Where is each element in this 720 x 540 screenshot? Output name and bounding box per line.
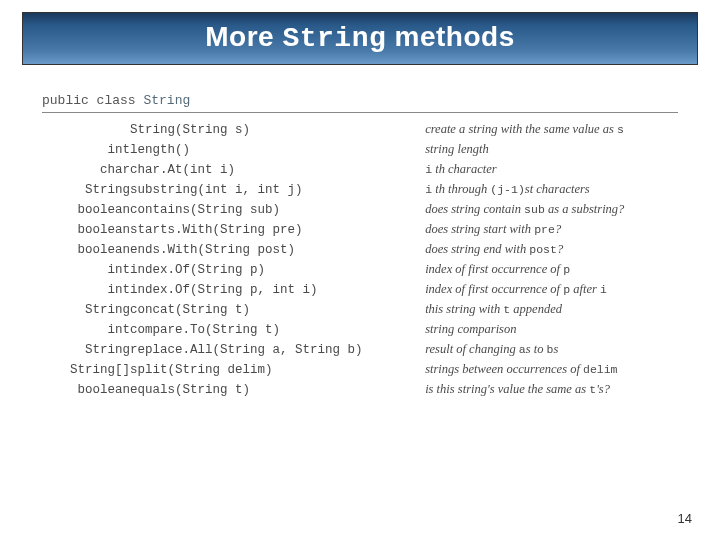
api-row: charchar.At(int i)i th character [42, 159, 678, 179]
method-description: create a string with the same value as s [425, 119, 678, 139]
api-row: String(String s)create a string with the… [42, 119, 678, 139]
return-type: int [42, 279, 130, 299]
method-description: string comparison [425, 319, 678, 339]
return-type: String[] [42, 359, 130, 379]
method-description: does string end with post? [425, 239, 678, 259]
method-description: i th character [425, 159, 678, 179]
method-description: index of first occurrence of p after i [425, 279, 678, 299]
api-row: Stringconcat(String t)this string with t… [42, 299, 678, 319]
code-literal: pre [534, 223, 555, 236]
method-signature: index.Of(String p) [130, 259, 425, 279]
return-type [42, 119, 130, 139]
title-code: String [282, 23, 386, 54]
return-type: boolean [42, 219, 130, 239]
api-row: intindex.Of(String p, int i)index of fir… [42, 279, 678, 299]
api-row: booleanstarts.With(String pre)does strin… [42, 219, 678, 239]
code-literal: s [617, 123, 624, 136]
api-row: booleanends.With(String post)does string… [42, 239, 678, 259]
return-type: String [42, 339, 130, 359]
code-literal: sub [524, 203, 545, 216]
class-name: String [143, 93, 190, 108]
api-row: String[]split(String delim)strings betwe… [42, 359, 678, 379]
code-literal: delim [583, 363, 618, 376]
title-bar: More String methods [22, 12, 698, 65]
api-row: booleanequals(String t)is this string's … [42, 379, 678, 399]
method-signature: index.Of(String p, int i) [130, 279, 425, 299]
api-row: Stringsubstring(int i, int j)i th throug… [42, 179, 678, 199]
content-area: public class String String(String s)crea… [42, 93, 678, 399]
api-row: intindex.Of(String p)index of first occu… [42, 259, 678, 279]
return-type: boolean [42, 379, 130, 399]
code-literal: t [503, 303, 510, 316]
method-signature: ends.With(String post) [130, 239, 425, 259]
method-description: index of first occurrence of p [425, 259, 678, 279]
method-description: this string with t appended [425, 299, 678, 319]
divider [42, 112, 678, 113]
code-literal: t [589, 383, 596, 396]
class-keyword: public class [42, 93, 143, 108]
title-prefix: More [205, 21, 282, 52]
api-table: String(String s)create a string with the… [42, 119, 678, 399]
method-signature: char.At(int i) [130, 159, 425, 179]
return-type: String [42, 179, 130, 199]
method-description: string length [425, 139, 678, 159]
method-signature: contains(String sub) [130, 199, 425, 219]
code-literal: a [519, 343, 526, 356]
method-signature: substring(int i, int j) [130, 179, 425, 199]
return-type: boolean [42, 199, 130, 219]
code-literal: post [529, 243, 557, 256]
code-literal: p [563, 263, 570, 276]
api-row: Stringreplace.All(String a, String b)res… [42, 339, 678, 359]
method-signature: String(String s) [130, 119, 425, 139]
method-signature: length() [130, 139, 425, 159]
code-literal: i [600, 283, 607, 296]
method-description: i th through (j-1)st characters [425, 179, 678, 199]
method-description: is this string's value the same as t's? [425, 379, 678, 399]
code-literal: (j-1) [490, 183, 525, 196]
return-type: String [42, 299, 130, 319]
class-declaration: public class String [42, 93, 678, 112]
return-type: char [42, 159, 130, 179]
page-number: 14 [678, 511, 692, 526]
return-type: boolean [42, 239, 130, 259]
api-row: intlength()string length [42, 139, 678, 159]
api-row: intcompare.To(String t)string comparison [42, 319, 678, 339]
title-suffix: methods [386, 21, 514, 52]
method-signature: compare.To(String t) [130, 319, 425, 339]
api-row: booleancontains(String sub)does string c… [42, 199, 678, 219]
method-signature: split(String delim) [130, 359, 425, 379]
return-type: int [42, 259, 130, 279]
method-signature: replace.All(String a, String b) [130, 339, 425, 359]
method-description: strings between occurrences of delim [425, 359, 678, 379]
method-description: result of changing as to bs [425, 339, 678, 359]
method-description: does string start with pre? [425, 219, 678, 239]
slide-title: More String methods [23, 21, 697, 54]
method-signature: concat(String t) [130, 299, 425, 319]
code-literal: p [563, 283, 570, 296]
method-description: does string contain sub as a substring? [425, 199, 678, 219]
code-literal: i [425, 183, 432, 196]
return-type: int [42, 139, 130, 159]
code-literal: b [547, 343, 554, 356]
code-literal: i [425, 163, 432, 176]
method-signature: starts.With(String pre) [130, 219, 425, 239]
return-type: int [42, 319, 130, 339]
method-signature: equals(String t) [130, 379, 425, 399]
